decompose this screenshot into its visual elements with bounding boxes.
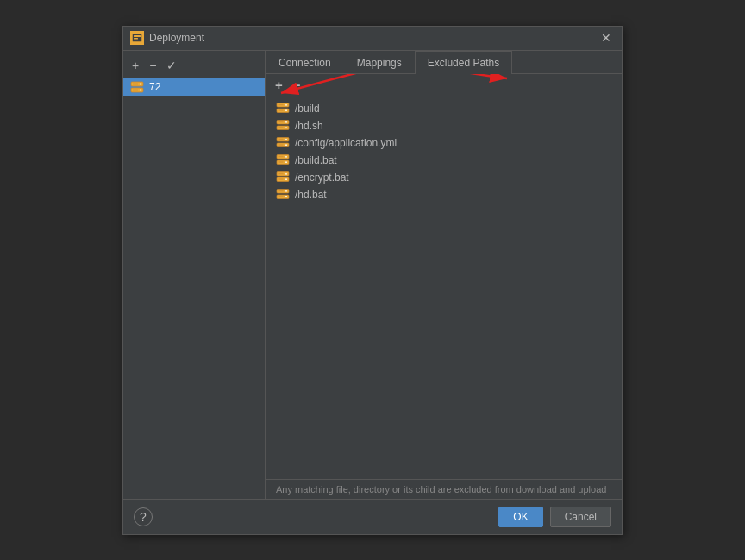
svg-rect-2 — [134, 38, 138, 40]
left-panel: + − ✓ 72 — [123, 51, 266, 499]
main-content: + − ✓ 72 — [123, 51, 622, 499]
path-label: /hd.sh — [295, 120, 323, 132]
path-item-hd-sh[interactable]: /hd.sh — [266, 117, 622, 134]
path-item-config-application-yml[interactable]: /config/application.yml — [266, 134, 622, 152]
path-item-build-bat[interactable]: /build.bat — [266, 152, 622, 169]
path-server-icon — [276, 120, 290, 132]
svg-rect-33 — [279, 156, 284, 158]
status-text: Any matching file, directory or its chil… — [276, 484, 606, 495]
tab-mappings[interactable]: Mappings — [344, 51, 415, 74]
deployment-dialog: Deployment ✕ + − ✓ — [122, 26, 623, 535]
remove-server-button[interactable]: − — [146, 58, 160, 73]
tab-connection[interactable]: Connection — [266, 51, 344, 74]
app-icon — [130, 31, 144, 45]
status-bar: Any matching file, directory or its chil… — [266, 479, 622, 499]
tab-excluded-paths[interactable]: Excluded Paths — [415, 51, 512, 74]
dialog-footer: ? OK Cancel — [123, 499, 622, 534]
svg-point-38 — [285, 178, 287, 180]
path-label: /config/application.yml — [295, 137, 397, 149]
path-item-build[interactable]: /build — [266, 100, 622, 117]
svg-point-26 — [285, 144, 287, 146]
svg-point-13 — [285, 104, 287, 106]
svg-rect-28 — [279, 144, 284, 146]
path-server-icon — [276, 137, 290, 149]
svg-rect-7 — [133, 83, 138, 84]
path-server-icon — [276, 171, 290, 184]
path-server-icon — [276, 154, 290, 166]
svg-rect-15 — [279, 104, 284, 106]
svg-point-37 — [285, 173, 287, 175]
add-server-button[interactable]: + — [128, 58, 142, 73]
svg-point-31 — [285, 156, 287, 158]
ok-button[interactable]: OK — [498, 507, 542, 527]
svg-rect-21 — [279, 121, 284, 123]
remove-path-button[interactable]: − — [289, 78, 305, 92]
svg-point-19 — [285, 121, 287, 123]
path-server-icon — [276, 103, 290, 115]
dialog-title: Deployment — [149, 32, 598, 44]
path-label: /build.bat — [295, 154, 337, 166]
tabs-bar: Connection Mappings Excluded Paths — [266, 51, 622, 74]
path-item-hd-bat[interactable]: /hd.bat — [266, 186, 622, 203]
svg-rect-1 — [134, 35, 141, 37]
left-toolbar: + − ✓ — [123, 54, 265, 78]
svg-point-20 — [285, 127, 287, 128]
close-button[interactable]: ✕ — [598, 31, 615, 45]
server-item-72[interactable]: 72 — [123, 78, 265, 96]
right-panel: Connection Mappings Excluded Paths + − — [266, 51, 622, 499]
title-bar: Deployment ✕ — [123, 27, 622, 51]
path-label: /hd.bat — [295, 189, 327, 201]
path-item-encrypt-bat[interactable]: /encrypt.bat — [266, 169, 622, 186]
svg-point-32 — [285, 161, 287, 163]
svg-point-5 — [140, 83, 141, 84]
server-icon — [130, 81, 144, 93]
cancel-button[interactable]: Cancel — [550, 507, 611, 527]
confirm-button[interactable]: ✓ — [163, 58, 180, 73]
svg-rect-46 — [279, 196, 284, 197]
path-label: /build — [295, 103, 320, 115]
path-server-icon — [276, 189, 290, 201]
svg-rect-8 — [133, 89, 138, 90]
svg-rect-16 — [279, 109, 284, 111]
svg-rect-27 — [279, 139, 284, 140]
svg-rect-34 — [279, 161, 284, 163]
path-label: /encrypt.bat — [295, 171, 349, 184]
svg-point-25 — [285, 139, 287, 140]
svg-rect-45 — [279, 190, 284, 192]
server-label: 72 — [149, 81, 160, 93]
svg-rect-22 — [279, 127, 284, 128]
svg-point-43 — [285, 190, 287, 192]
help-button[interactable]: ? — [134, 507, 153, 526]
add-path-button[interactable]: + — [271, 78, 287, 92]
svg-point-6 — [140, 89, 141, 90]
svg-rect-40 — [279, 178, 284, 180]
excluded-paths-content: + − — [266, 74, 622, 499]
svg-point-44 — [285, 196, 287, 197]
svg-rect-39 — [279, 173, 284, 175]
paths-toolbar: + − — [266, 74, 622, 96]
paths-list: /build / — [266, 96, 622, 479]
svg-point-14 — [285, 109, 287, 111]
